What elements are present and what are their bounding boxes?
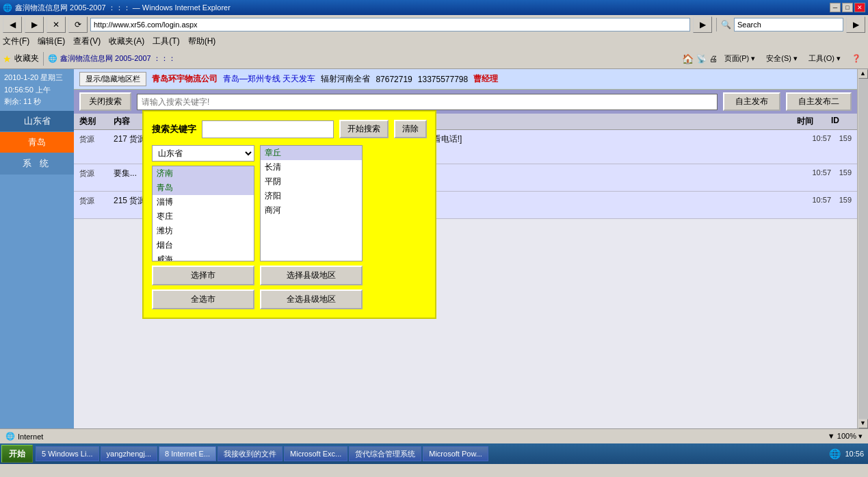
go-button[interactable]: ▶ bbox=[693, 16, 712, 33]
city-item-zibo[interactable]: 淄博 bbox=[153, 195, 254, 209]
start-button[interactable]: 开始 bbox=[1, 445, 33, 463]
county-item-shanghe[interactable]: 商河 bbox=[261, 203, 362, 218]
menu-edit[interactable]: 编辑(E) bbox=[38, 36, 65, 47]
title-bar: 🌐 鑫润物流信息网 2005-2007 ：：： — Windows Intern… bbox=[0, 0, 868, 15]
publish2-button[interactable]: 自主发布二 bbox=[786, 92, 852, 111]
menu-view[interactable]: 查看(V) bbox=[73, 36, 101, 47]
security-menu[interactable]: 安全(S) ▾ bbox=[762, 52, 802, 65]
right-content: 显示/隐藏地区栏 青岛环宇物流公司 青岛—郑州专线 天天发车 辐射河南全省 87… bbox=[74, 69, 857, 428]
ie-search-input[interactable] bbox=[734, 18, 843, 31]
search-go-button[interactable]: ▶ bbox=[846, 16, 865, 33]
taskbar-internet-icon: 🌐 bbox=[829, 448, 841, 459]
search-main-input[interactable] bbox=[137, 94, 718, 110]
taskbar-item-ie[interactable]: 8 Internet E... bbox=[159, 446, 216, 461]
start-search-button[interactable]: 开始搜索 bbox=[339, 120, 389, 138]
select-county-button[interactable]: 选择县级地区 bbox=[260, 266, 363, 285]
home-icon[interactable]: 🏠 bbox=[682, 53, 694, 64]
company-link[interactable]: 青岛环宇物流公司 bbox=[152, 73, 218, 85]
taskbar-item-windows[interactable]: 5 Windows Li... bbox=[36, 446, 99, 461]
show-hide-button[interactable]: 显示/隐藏地区栏 bbox=[79, 72, 146, 86]
row-id-2: 159 bbox=[831, 167, 852, 177]
rss-icon[interactable]: 📡 bbox=[696, 54, 707, 64]
city-item-weihai[interactable]: 威海 bbox=[153, 253, 254, 261]
taskbar-time: 10:56 bbox=[845, 450, 864, 458]
tools-menu[interactable]: 工具(O) ▾ bbox=[804, 52, 845, 65]
page-menu[interactable]: 页面(P) ▾ bbox=[720, 52, 760, 65]
county-item-zhangqiu[interactable]: 章丘 bbox=[261, 146, 362, 160]
scroll-down[interactable]: ▼ bbox=[858, 419, 868, 428]
row-time-1: 10:57 bbox=[797, 133, 831, 142]
fav-page-link[interactable]: 鑫润物流信息网 2005-2007 ：：： bbox=[60, 53, 176, 64]
search-popup-location: 山东省 济南 青岛 淄博 枣庄 潍坊 烟台 威海 选择市 bbox=[152, 145, 427, 309]
stop-button[interactable]: ✕ bbox=[47, 16, 66, 33]
row-category-3: 货源 bbox=[79, 194, 114, 206]
taskbar-item-excel[interactable]: Microsoft Exc... bbox=[284, 446, 347, 461]
city-list[interactable]: 济南 青岛 淄博 枣庄 潍坊 烟台 威海 bbox=[152, 166, 254, 261]
search-popup-input[interactable] bbox=[202, 120, 334, 138]
taskbar-right: 🌐 10:56 bbox=[826, 448, 867, 459]
menu-help[interactable]: 帮助(H) bbox=[188, 36, 216, 47]
fav-page-icon: 🌐 bbox=[48, 54, 57, 63]
forward-button[interactable]: ▶ bbox=[25, 16, 44, 33]
taskbar-item-files[interactable]: 我接收到的文件 bbox=[218, 446, 282, 461]
clear-search-button[interactable]: 清除 bbox=[394, 120, 427, 138]
ie-toolbar: ★ 收藏夹 🌐 鑫润物流信息网 2005-2007 ：：： 🏠 📡 🖨 页面(P… bbox=[0, 49, 868, 69]
address-input[interactable] bbox=[90, 18, 690, 31]
county-list[interactable]: 章丘 长清 平阴 济阳 商河 bbox=[260, 145, 363, 261]
menu-file[interactable]: 文件(F) bbox=[3, 36, 29, 47]
scroll-track bbox=[858, 79, 868, 419]
city-item-zaozhuang[interactable]: 枣庄 bbox=[153, 209, 254, 224]
internet-label: Internet bbox=[18, 433, 43, 441]
zoom-level[interactable]: ▼ 100% ▾ bbox=[828, 432, 863, 441]
province-dropdown[interactable]: 山东省 bbox=[152, 145, 254, 162]
current-date: 2010-1-20 星期三 bbox=[4, 72, 70, 84]
county-item-jiyang[interactable]: 济阳 bbox=[261, 189, 362, 203]
top-banner: 显示/隐藏地区栏 青岛环宇物流公司 青岛—郑州专线 天天发车 辐射河南全省 87… bbox=[74, 69, 857, 90]
close-search-button[interactable]: 关闭搜索 bbox=[79, 92, 131, 111]
sidebar-item-qingdao[interactable]: 青岛 bbox=[0, 132, 74, 153]
menu-favorites[interactable]: 收藏夹(A) bbox=[109, 36, 144, 47]
refresh-button[interactable]: ⟳ bbox=[68, 16, 88, 33]
county-item-changqing[interactable]: 长清 bbox=[261, 160, 362, 175]
row-category-1: 货源 bbox=[79, 133, 114, 144]
city-item-jinan[interactable]: 济南 bbox=[153, 166, 254, 181]
county-all-buttons: 全选县级地区 bbox=[260, 289, 363, 309]
county-item-pingyin[interactable]: 平阴 bbox=[261, 175, 362, 189]
coverage-text: 辐射河南全省 bbox=[321, 73, 370, 85]
separator2 bbox=[43, 52, 44, 66]
row-id-1: 159 bbox=[831, 133, 852, 142]
publish-button[interactable]: 自主发布 bbox=[723, 92, 780, 111]
address-bar: ◀ ▶ ✕ ⟳ ▶ 🔍 ▶ bbox=[0, 15, 868, 34]
title-bar-controls: ─ □ ✕ bbox=[830, 3, 865, 12]
city-selector-area: 山东省 济南 青岛 淄博 枣庄 潍坊 烟台 威海 选择市 bbox=[152, 145, 254, 309]
city-item-yantai[interactable]: 烟台 bbox=[153, 238, 254, 253]
window-icon: 🌐 bbox=[3, 3, 12, 12]
select-city-button[interactable]: 选择市 bbox=[152, 266, 254, 285]
taskbar: 开始 5 Windows Li... yangzhengj... 8 Inter… bbox=[0, 443, 868, 464]
menu-tools[interactable]: 工具(T) bbox=[153, 36, 179, 47]
taskbar-item-powerpoint[interactable]: Microsoft Pow... bbox=[423, 446, 488, 461]
select-all-city-button[interactable]: 全选市 bbox=[152, 289, 254, 309]
close-button[interactable]: ✕ bbox=[854, 3, 865, 12]
scroll-up[interactable]: ▲ bbox=[858, 69, 868, 79]
back-button[interactable]: ◀ bbox=[3, 16, 22, 33]
search-popup-header: 搜索关键字 开始搜索 清除 bbox=[152, 120, 427, 138]
header-time: 时间 bbox=[797, 116, 831, 127]
remaining-time: 剩余: 11 秒 bbox=[4, 96, 70, 108]
scrollbar[interactable]: ▲ ▼ bbox=[857, 69, 868, 428]
sidebar-item-system[interactable]: 系 统 bbox=[0, 153, 74, 175]
current-time: 10:56:50 上午 bbox=[4, 84, 70, 96]
favorites-label[interactable]: 收藏夹 bbox=[14, 53, 39, 64]
maximize-button[interactable]: □ bbox=[842, 3, 853, 12]
route-link[interactable]: 青岛—郑州专线 天天发车 bbox=[223, 73, 315, 85]
sidebar-item-shandong[interactable]: 山东省 bbox=[0, 111, 74, 132]
county-buttons: 选择县级地区 bbox=[260, 266, 363, 285]
print-icon[interactable]: 🖨 bbox=[709, 54, 718, 64]
select-all-county-button[interactable]: 全选县级地区 bbox=[260, 289, 363, 309]
city-item-weifang[interactable]: 潍坊 bbox=[153, 224, 254, 238]
city-item-qingdao[interactable]: 青岛 bbox=[153, 181, 254, 195]
taskbar-item-logistics[interactable]: 货代综合管理系统 bbox=[349, 446, 421, 461]
minimize-button[interactable]: ─ bbox=[830, 3, 841, 12]
help-icon[interactable]: ❓ bbox=[847, 53, 865, 64]
taskbar-item-yang[interactable]: yangzhengj... bbox=[101, 446, 157, 461]
